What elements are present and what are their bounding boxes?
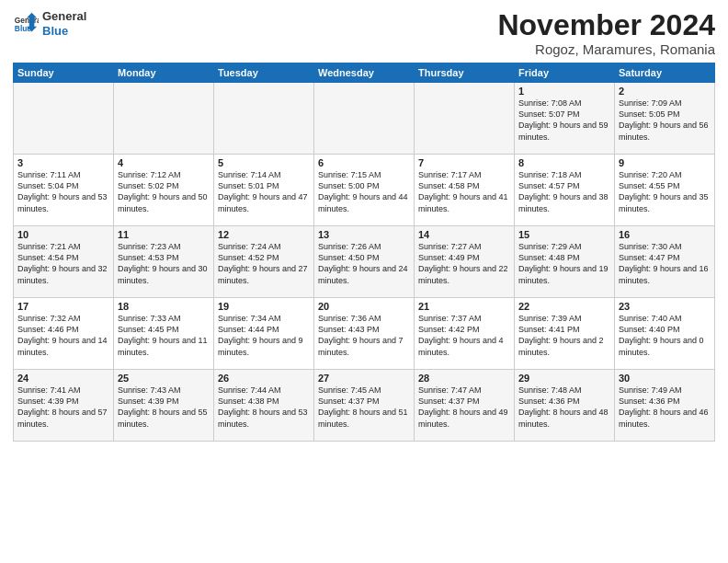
day-cell: 20Sunrise: 7:36 AM Sunset: 4:43 PM Dayli… [314, 298, 415, 370]
day-info: Sunrise: 7:27 AM Sunset: 4:49 PM Dayligh… [418, 241, 510, 286]
day-info: Sunrise: 7:17 AM Sunset: 4:58 PM Dayligh… [418, 169, 510, 214]
day-number: 1 [518, 86, 610, 97]
day-info: Sunrise: 7:33 AM Sunset: 4:45 PM Dayligh… [118, 313, 210, 358]
day-number: 10 [17, 229, 109, 240]
day-info: Sunrise: 7:08 AM Sunset: 5:07 PM Dayligh… [518, 98, 610, 143]
day-number: 15 [518, 229, 610, 240]
day-cell: 5Sunrise: 7:14 AM Sunset: 5:01 PM Daylig… [214, 155, 314, 226]
day-cell: 22Sunrise: 7:39 AM Sunset: 4:41 PM Dayli… [515, 298, 615, 370]
day-number: 29 [518, 373, 610, 384]
day-number: 9 [619, 157, 711, 168]
day-info: Sunrise: 7:41 AM Sunset: 4:39 PM Dayligh… [17, 385, 109, 430]
day-info: Sunrise: 7:23 AM Sunset: 4:53 PM Dayligh… [118, 241, 210, 286]
day-info: Sunrise: 7:49 AM Sunset: 4:36 PM Dayligh… [619, 385, 711, 430]
day-info: Sunrise: 7:29 AM Sunset: 4:48 PM Dayligh… [518, 241, 610, 286]
day-number: 11 [118, 229, 210, 240]
col-friday: Friday [515, 63, 615, 83]
day-info: Sunrise: 7:11 AM Sunset: 5:04 PM Dayligh… [17, 169, 109, 214]
day-number: 26 [218, 373, 310, 384]
day-number: 5 [218, 157, 310, 168]
day-cell: 13Sunrise: 7:26 AM Sunset: 4:50 PM Dayli… [314, 226, 415, 298]
day-number: 18 [118, 301, 210, 312]
day-info: Sunrise: 7:44 AM Sunset: 4:38 PM Dayligh… [218, 385, 310, 430]
day-number: 22 [518, 301, 610, 312]
day-info: Sunrise: 7:34 AM Sunset: 4:44 PM Dayligh… [218, 313, 310, 358]
day-number: 28 [418, 373, 510, 384]
day-info: Sunrise: 7:39 AM Sunset: 4:41 PM Dayligh… [518, 313, 610, 358]
week-row-5: 24Sunrise: 7:41 AM Sunset: 4:39 PM Dayli… [14, 370, 715, 442]
week-row-2: 3Sunrise: 7:11 AM Sunset: 5:04 PM Daylig… [14, 155, 715, 226]
logo: General Blue GeneralBlue [13, 9, 86, 38]
day-cell [214, 83, 314, 155]
day-number: 19 [218, 301, 310, 312]
day-cell: 15Sunrise: 7:29 AM Sunset: 4:48 PM Dayli… [515, 226, 615, 298]
day-number: 2 [619, 86, 711, 97]
day-number: 14 [418, 229, 510, 240]
day-cell [314, 83, 415, 155]
day-cell: 30Sunrise: 7:49 AM Sunset: 4:36 PM Dayli… [615, 370, 715, 442]
day-cell: 19Sunrise: 7:34 AM Sunset: 4:44 PM Dayli… [214, 298, 314, 370]
day-number: 27 [318, 373, 410, 384]
day-cell: 8Sunrise: 7:18 AM Sunset: 4:57 PM Daylig… [515, 155, 615, 226]
day-cell: 10Sunrise: 7:21 AM Sunset: 4:54 PM Dayli… [14, 226, 114, 298]
day-cell: 28Sunrise: 7:47 AM Sunset: 4:37 PM Dayli… [415, 370, 515, 442]
day-info: Sunrise: 7:18 AM Sunset: 4:57 PM Dayligh… [518, 169, 610, 214]
day-info: Sunrise: 7:43 AM Sunset: 4:39 PM Dayligh… [118, 385, 210, 430]
day-cell: 14Sunrise: 7:27 AM Sunset: 4:49 PM Dayli… [415, 226, 515, 298]
header-row: Sunday Monday Tuesday Wednesday Thursday… [14, 63, 715, 83]
day-cell [114, 83, 214, 155]
day-info: Sunrise: 7:40 AM Sunset: 4:40 PM Dayligh… [619, 313, 711, 358]
day-number: 20 [318, 301, 410, 312]
calendar-table: Sunday Monday Tuesday Wednesday Thursday… [13, 63, 715, 442]
day-cell: 4Sunrise: 7:12 AM Sunset: 5:02 PM Daylig… [114, 155, 214, 226]
day-cell: 18Sunrise: 7:33 AM Sunset: 4:45 PM Dayli… [114, 298, 214, 370]
day-number: 25 [118, 373, 210, 384]
day-info: Sunrise: 7:09 AM Sunset: 5:05 PM Dayligh… [619, 98, 711, 143]
day-cell [14, 83, 114, 155]
day-info: Sunrise: 7:20 AM Sunset: 4:55 PM Dayligh… [619, 169, 711, 214]
calendar-body: 1Sunrise: 7:08 AM Sunset: 5:07 PM Daylig… [14, 83, 715, 442]
day-number: 12 [218, 229, 310, 240]
day-info: Sunrise: 7:24 AM Sunset: 4:52 PM Dayligh… [218, 241, 310, 286]
title-area: November 2024 Rogoz, Maramures, Romania [497, 9, 715, 57]
day-cell: 17Sunrise: 7:32 AM Sunset: 4:46 PM Dayli… [14, 298, 114, 370]
week-row-1: 1Sunrise: 7:08 AM Sunset: 5:07 PM Daylig… [14, 83, 715, 155]
day-info: Sunrise: 7:37 AM Sunset: 4:42 PM Dayligh… [418, 313, 510, 358]
week-row-3: 10Sunrise: 7:21 AM Sunset: 4:54 PM Dayli… [14, 226, 715, 298]
col-tuesday: Tuesday [214, 63, 314, 83]
logo-text: GeneralBlue [42, 9, 86, 38]
day-cell: 2Sunrise: 7:09 AM Sunset: 5:05 PM Daylig… [615, 83, 715, 155]
day-info: Sunrise: 7:36 AM Sunset: 4:43 PM Dayligh… [318, 313, 410, 358]
day-cell: 9Sunrise: 7:20 AM Sunset: 4:55 PM Daylig… [615, 155, 715, 226]
day-number: 16 [619, 229, 711, 240]
day-cell: 11Sunrise: 7:23 AM Sunset: 4:53 PM Dayli… [114, 226, 214, 298]
day-cell: 6Sunrise: 7:15 AM Sunset: 5:00 PM Daylig… [314, 155, 415, 226]
day-info: Sunrise: 7:30 AM Sunset: 4:47 PM Dayligh… [619, 241, 711, 286]
day-cell: 25Sunrise: 7:43 AM Sunset: 4:39 PM Dayli… [114, 370, 214, 442]
col-wednesday: Wednesday [314, 63, 415, 83]
day-number: 30 [619, 373, 711, 384]
day-number: 17 [17, 301, 109, 312]
day-cell: 1Sunrise: 7:08 AM Sunset: 5:07 PM Daylig… [515, 83, 615, 155]
col-sunday: Sunday [14, 63, 114, 83]
day-number: 4 [118, 157, 210, 168]
subtitle: Rogoz, Maramures, Romania [497, 41, 715, 57]
day-info: Sunrise: 7:32 AM Sunset: 4:46 PM Dayligh… [17, 313, 109, 358]
day-info: Sunrise: 7:12 AM Sunset: 5:02 PM Dayligh… [118, 169, 210, 214]
day-cell: 16Sunrise: 7:30 AM Sunset: 4:47 PM Dayli… [615, 226, 715, 298]
day-info: Sunrise: 7:15 AM Sunset: 5:00 PM Dayligh… [318, 169, 410, 214]
day-number: 21 [418, 301, 510, 312]
day-cell: 24Sunrise: 7:41 AM Sunset: 4:39 PM Dayli… [14, 370, 114, 442]
day-number: 6 [318, 157, 410, 168]
day-info: Sunrise: 7:48 AM Sunset: 4:36 PM Dayligh… [518, 385, 610, 430]
day-cell: 29Sunrise: 7:48 AM Sunset: 4:36 PM Dayli… [515, 370, 615, 442]
main-title: November 2024 [497, 9, 715, 41]
header: General Blue GeneralBlue November 2024 R… [13, 9, 715, 57]
col-saturday: Saturday [615, 63, 715, 83]
day-number: 23 [619, 301, 711, 312]
day-cell: 3Sunrise: 7:11 AM Sunset: 5:04 PM Daylig… [14, 155, 114, 226]
day-number: 13 [318, 229, 410, 240]
day-number: 3 [17, 157, 109, 168]
day-info: Sunrise: 7:21 AM Sunset: 4:54 PM Dayligh… [17, 241, 109, 286]
day-number: 7 [418, 157, 510, 168]
